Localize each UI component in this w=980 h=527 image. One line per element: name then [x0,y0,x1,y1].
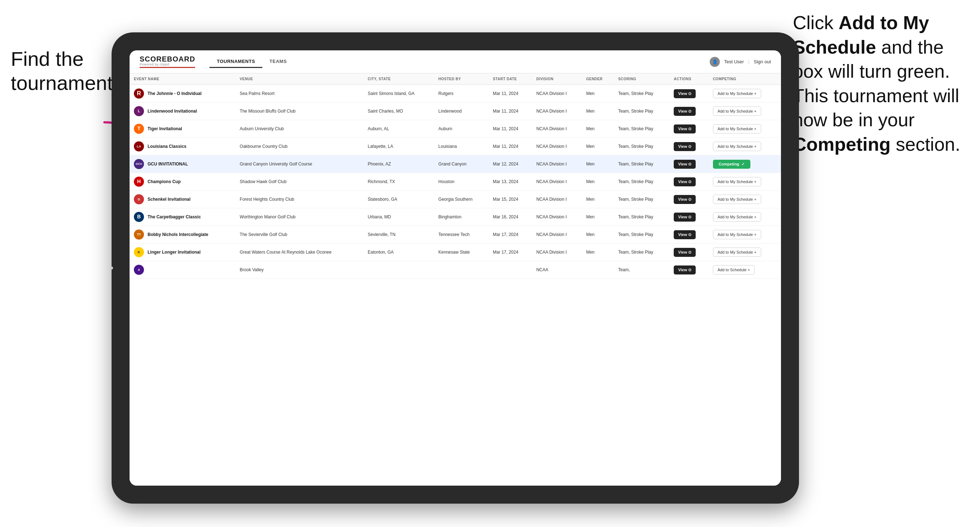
view-button[interactable]: View ⊙ [674,142,696,151]
table-header-row: EVENT NAME VENUE CITY, STATE HOSTED BY S… [130,73,781,85]
view-button[interactable]: View ⊙ [674,124,696,133]
division-cell: NCAA Division I [532,156,582,173]
add-to-schedule-button[interactable]: Add to My Schedule + [713,230,761,239]
event-name: Tiger Invitational [148,126,182,132]
venue-cell: Shadow Hawk Golf Club [235,173,363,190]
scoring-cell: Team, Stroke Play [614,173,670,190]
app-header: SCOREBOARD Powered by clippd TOURNAMENTS… [130,50,781,73]
division-cell: NCAA Division I [532,243,582,261]
view-button[interactable]: View ⊙ [674,213,696,222]
add-to-schedule-button[interactable]: Add to Schedule + [713,265,755,275]
add-to-schedule-button[interactable]: Add to My Schedule + [713,89,761,98]
view-button[interactable]: View ⊙ [674,89,696,98]
team-logo: TT [134,230,144,240]
event-name: GCU INVITATIONAL [148,161,188,167]
hosted-by-cell: Auburn [434,120,488,138]
hosted-by-cell: Rutgers [434,85,488,103]
tab-teams[interactable]: TEAMS [262,56,294,68]
hosted-by-cell: Binghamton [434,208,488,226]
start-date-cell: Mar 15, 2024 [488,190,532,208]
view-button[interactable]: View ⊙ [674,107,696,116]
table-row: K Linger Longer Invitational Great Water… [130,243,781,261]
table-row: TT Bobby Nichols Intercollegiate The Sev… [130,226,781,243]
city-cell: Saint Charles, MO [363,103,434,120]
view-button[interactable]: View ⊙ [674,265,696,275]
venue-cell: Sea Palms Resort [235,85,363,103]
team-logo: B [134,212,144,222]
start-date-cell: Mar 11, 2024 [488,120,532,138]
sign-out-link[interactable]: Sign out [754,59,771,64]
add-to-schedule-button[interactable]: Add to My Schedule + [713,195,761,204]
competing-button[interactable]: Competing [713,160,750,169]
actions-cell: View ⊙ [670,103,708,120]
hosted-by-cell: Georgia Southern [434,190,488,208]
add-to-schedule-button[interactable]: Add to My Schedule + [713,248,761,257]
tablet-frame: SCOREBOARD Powered by clippd TOURNAMENTS… [111,32,799,504]
event-cell: TT Bobby Nichols Intercollegiate [130,226,235,243]
competing-cell: Add to My Schedule + [709,173,781,190]
event-cell: X [130,261,235,279]
scoring-cell: Team, Stroke Play [614,85,670,103]
gender-cell: Men [582,103,614,120]
tab-tournaments[interactable]: TOURNAMENTS [210,56,262,68]
tournaments-table: EVENT NAME VENUE CITY, STATE HOSTED BY S… [130,73,781,279]
event-cell: T Tiger Invitational [130,120,235,138]
venue-cell: Brook Valley [235,261,363,279]
hosted-by-cell: Grand Canyon [434,156,488,173]
actions-cell: View ⊙ [670,261,708,279]
logo-text: SCOREBOARD [140,56,195,63]
event-cell: G Schenkel Invitational [130,190,235,208]
gender-cell: Men [582,226,614,243]
actions-cell: View ⊙ [670,243,708,261]
event-name: The Johnnie - O Individual [148,90,202,97]
city-cell: Saint Simons Island, GA [363,85,434,103]
team-logo: LA [134,141,144,151]
col-city-state: CITY, STATE [363,73,434,85]
actions-cell: View ⊙ [670,190,708,208]
actions-cell: View ⊙ [670,226,708,243]
gender-cell: Men [582,173,614,190]
add-to-schedule-button[interactable]: Add to My Schedule + [713,142,761,151]
view-button[interactable]: View ⊙ [674,248,696,257]
competing-cell: Add to My Schedule + [709,120,781,138]
table-row: T Tiger Invitational Auburn University C… [130,120,781,138]
table-container[interactable]: EVENT NAME VENUE CITY, STATE HOSTED BY S… [130,73,781,486]
city-cell [363,261,434,279]
view-button[interactable]: View ⊙ [674,195,696,204]
event-cell: LA Louisiana Classics [130,138,235,156]
add-to-schedule-button[interactable]: Add to My Schedule + [713,106,761,116]
scoring-cell: Team, Stroke Play [614,138,670,156]
hosted-by-cell [434,261,488,279]
city-cell: Urbana, MD [363,208,434,226]
venue-cell: The Sevierville Golf Club [235,226,363,243]
start-date-cell: Mar 17, 2024 [488,243,532,261]
scoring-cell: Team, Stroke Play [614,103,670,120]
city-cell: Statesboro, GA [363,190,434,208]
competing-cell: Add to My Schedule + [709,138,781,156]
view-button[interactable]: View ⊙ [674,177,696,186]
view-button[interactable]: View ⊙ [674,230,696,239]
start-date-cell: Mar 12, 2024 [488,156,532,173]
table-row: GCU GCU INVITATIONAL Grand Canyon Univer… [130,156,781,173]
add-to-schedule-button[interactable]: Add to My Schedule + [713,177,761,186]
event-name: Louisiana Classics [148,143,186,150]
gender-cell: Men [582,120,614,138]
col-hosted-by: HOSTED BY [434,73,488,85]
division-cell: NCAA Division I [532,138,582,156]
divider: | [748,59,749,64]
gender-cell: Men [582,85,614,103]
scoring-cell: Team, Stroke Play [614,156,670,173]
team-logo: X [134,265,144,275]
actions-cell: View ⊙ [670,85,708,103]
competing-cell: Add to My Schedule + [709,208,781,226]
logo-bar [140,67,195,68]
team-logo: R [134,89,144,98]
venue-cell: Auburn University Club [235,120,363,138]
start-date-cell: Mar 13, 2024 [488,173,532,190]
view-button[interactable]: View ⊙ [674,160,696,169]
add-to-schedule-button[interactable]: Add to My Schedule + [713,212,761,222]
team-logo: T [134,124,144,134]
actions-cell: View ⊙ [670,138,708,156]
add-to-schedule-button[interactable]: Add to My Schedule + [713,124,761,133]
col-division: DIVISION [532,73,582,85]
